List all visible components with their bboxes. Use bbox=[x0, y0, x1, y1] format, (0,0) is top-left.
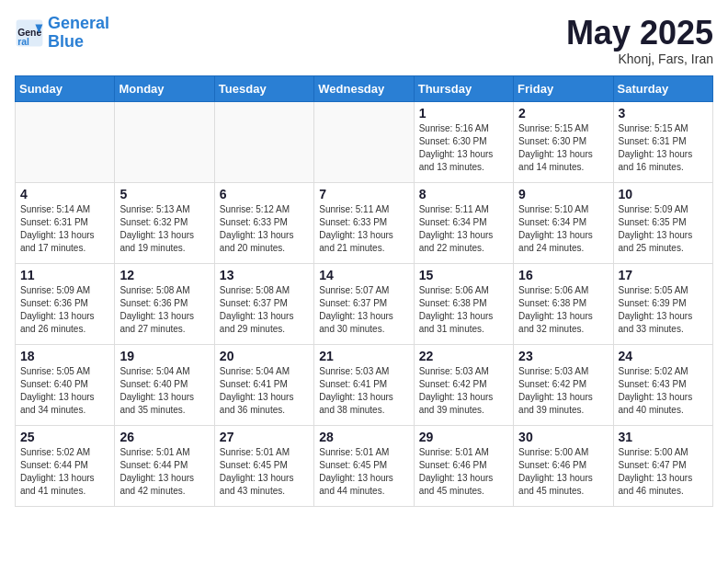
day-info: Sunrise: 5:12 AM Sunset: 6:33 PM Dayligh… bbox=[220, 203, 309, 255]
day-cell-8: 8Sunrise: 5:11 AM Sunset: 6:34 PM Daylig… bbox=[414, 182, 513, 263]
day-number: 20 bbox=[220, 349, 309, 363]
page-header: Gene ral General Blue May 2025 Khonj, Fa… bbox=[15, 15, 713, 66]
day-cell-3: 3Sunrise: 5:15 AM Sunset: 6:31 PM Daylig… bbox=[613, 101, 712, 182]
day-info: Sunrise: 5:02 AM Sunset: 6:43 PM Dayligh… bbox=[619, 365, 708, 417]
day-cell-6: 6Sunrise: 5:12 AM Sunset: 6:33 PM Daylig… bbox=[214, 182, 313, 263]
day-cell-2: 2Sunrise: 5:15 AM Sunset: 6:30 PM Daylig… bbox=[514, 101, 613, 182]
day-number: 24 bbox=[619, 349, 708, 363]
day-cell-24: 24Sunrise: 5:02 AM Sunset: 6:43 PM Dayli… bbox=[613, 344, 712, 425]
weekday-header-tuesday: Tuesday bbox=[214, 75, 313, 101]
day-number: 15 bbox=[419, 268, 508, 282]
day-cell-13: 13Sunrise: 5:08 AM Sunset: 6:37 PM Dayli… bbox=[214, 263, 313, 344]
day-number: 18 bbox=[20, 349, 109, 363]
day-info: Sunrise: 5:14 AM Sunset: 6:31 PM Dayligh… bbox=[20, 203, 109, 255]
day-cell-11: 11Sunrise: 5:09 AM Sunset: 6:36 PM Dayli… bbox=[16, 263, 115, 344]
day-cell-29: 29Sunrise: 5:01 AM Sunset: 6:46 PM Dayli… bbox=[414, 425, 513, 506]
day-cell-30: 30Sunrise: 5:00 AM Sunset: 6:46 PM Dayli… bbox=[514, 425, 613, 506]
day-number: 6 bbox=[220, 187, 309, 201]
day-info: Sunrise: 5:04 AM Sunset: 6:40 PM Dayligh… bbox=[119, 365, 209, 417]
day-cell-14: 14Sunrise: 5:07 AM Sunset: 6:37 PM Dayli… bbox=[314, 263, 414, 344]
weekday-header-row: SundayMondayTuesdayWednesdayThursdayFrid… bbox=[16, 75, 713, 101]
day-number: 31 bbox=[619, 430, 708, 444]
day-cell-15: 15Sunrise: 5:06 AM Sunset: 6:38 PM Dayli… bbox=[414, 263, 513, 344]
day-number: 26 bbox=[119, 430, 209, 444]
weekday-header-friday: Friday bbox=[514, 75, 613, 101]
day-cell-28: 28Sunrise: 5:01 AM Sunset: 6:45 PM Dayli… bbox=[314, 425, 414, 506]
calendar-table: SundayMondayTuesdayWednesdayThursdayFrid… bbox=[15, 75, 713, 507]
logo-line2: Blue bbox=[48, 32, 84, 51]
logo-icon: Gene ral bbox=[15, 18, 44, 48]
weekday-header-wednesday: Wednesday bbox=[314, 75, 414, 101]
title-block: May 2025 Khonj, Fars, Iran bbox=[566, 15, 713, 66]
day-number: 19 bbox=[119, 349, 209, 363]
location-subtitle: Khonj, Fars, Iran bbox=[566, 52, 713, 66]
week-row-3: 11Sunrise: 5:09 AM Sunset: 6:36 PM Dayli… bbox=[16, 263, 713, 344]
empty-cell bbox=[314, 101, 414, 182]
day-cell-23: 23Sunrise: 5:03 AM Sunset: 6:42 PM Dayli… bbox=[514, 344, 613, 425]
week-row-1: 1Sunrise: 5:16 AM Sunset: 6:30 PM Daylig… bbox=[16, 101, 713, 182]
day-number: 28 bbox=[319, 430, 408, 444]
weekday-header-sunday: Sunday bbox=[16, 75, 115, 101]
day-number: 25 bbox=[20, 430, 109, 444]
day-info: Sunrise: 5:00 AM Sunset: 6:46 PM Dayligh… bbox=[518, 446, 608, 498]
day-cell-9: 9Sunrise: 5:10 AM Sunset: 6:34 PM Daylig… bbox=[514, 182, 613, 263]
day-cell-26: 26Sunrise: 5:01 AM Sunset: 6:44 PM Dayli… bbox=[115, 425, 214, 506]
day-info: Sunrise: 5:13 AM Sunset: 6:32 PM Dayligh… bbox=[119, 203, 209, 255]
day-info: Sunrise: 5:07 AM Sunset: 6:37 PM Dayligh… bbox=[319, 284, 408, 336]
day-cell-4: 4Sunrise: 5:14 AM Sunset: 6:31 PM Daylig… bbox=[16, 182, 115, 263]
month-title: May 2025 bbox=[566, 15, 713, 52]
day-info: Sunrise: 5:09 AM Sunset: 6:35 PM Dayligh… bbox=[619, 203, 708, 255]
day-info: Sunrise: 5:01 AM Sunset: 6:45 PM Dayligh… bbox=[220, 446, 309, 498]
day-info: Sunrise: 5:05 AM Sunset: 6:39 PM Dayligh… bbox=[619, 284, 708, 336]
day-cell-17: 17Sunrise: 5:05 AM Sunset: 6:39 PM Dayli… bbox=[613, 263, 712, 344]
day-info: Sunrise: 5:00 AM Sunset: 6:47 PM Dayligh… bbox=[619, 446, 708, 498]
day-info: Sunrise: 5:03 AM Sunset: 6:41 PM Dayligh… bbox=[319, 365, 408, 417]
day-info: Sunrise: 5:08 AM Sunset: 6:36 PM Dayligh… bbox=[119, 284, 209, 336]
day-number: 16 bbox=[518, 268, 608, 282]
day-number: 14 bbox=[319, 268, 408, 282]
day-number: 9 bbox=[518, 187, 608, 201]
day-cell-21: 21Sunrise: 5:03 AM Sunset: 6:41 PM Dayli… bbox=[314, 344, 414, 425]
logo: Gene ral General Blue bbox=[15, 15, 109, 52]
day-number: 29 bbox=[419, 430, 508, 444]
empty-cell bbox=[214, 101, 313, 182]
weekday-header-monday: Monday bbox=[115, 75, 214, 101]
weekday-header-thursday: Thursday bbox=[414, 75, 513, 101]
day-number: 7 bbox=[319, 187, 408, 201]
day-number: 27 bbox=[220, 430, 309, 444]
day-number: 30 bbox=[518, 430, 608, 444]
day-info: Sunrise: 5:01 AM Sunset: 6:45 PM Dayligh… bbox=[319, 446, 408, 498]
day-number: 23 bbox=[518, 349, 608, 363]
day-info: Sunrise: 5:06 AM Sunset: 6:38 PM Dayligh… bbox=[419, 284, 508, 336]
day-info: Sunrise: 5:01 AM Sunset: 6:44 PM Dayligh… bbox=[119, 446, 209, 498]
day-info: Sunrise: 5:04 AM Sunset: 6:41 PM Dayligh… bbox=[220, 365, 309, 417]
day-number: 21 bbox=[319, 349, 408, 363]
day-number: 13 bbox=[220, 268, 309, 282]
day-info: Sunrise: 5:06 AM Sunset: 6:38 PM Dayligh… bbox=[518, 284, 608, 336]
day-cell-10: 10Sunrise: 5:09 AM Sunset: 6:35 PM Dayli… bbox=[613, 182, 712, 263]
day-cell-27: 27Sunrise: 5:01 AM Sunset: 6:45 PM Dayli… bbox=[214, 425, 313, 506]
day-info: Sunrise: 5:08 AM Sunset: 6:37 PM Dayligh… bbox=[220, 284, 309, 336]
day-info: Sunrise: 5:01 AM Sunset: 6:46 PM Dayligh… bbox=[419, 446, 508, 498]
day-info: Sunrise: 5:11 AM Sunset: 6:33 PM Dayligh… bbox=[319, 203, 408, 255]
day-info: Sunrise: 5:11 AM Sunset: 6:34 PM Dayligh… bbox=[419, 203, 508, 255]
day-cell-12: 12Sunrise: 5:08 AM Sunset: 6:36 PM Dayli… bbox=[115, 263, 214, 344]
day-number: 1 bbox=[419, 106, 508, 121]
day-info: Sunrise: 5:15 AM Sunset: 6:31 PM Dayligh… bbox=[619, 122, 708, 174]
day-info: Sunrise: 5:03 AM Sunset: 6:42 PM Dayligh… bbox=[419, 365, 508, 417]
day-number: 11 bbox=[20, 268, 109, 282]
day-info: Sunrise: 5:02 AM Sunset: 6:44 PM Dayligh… bbox=[20, 446, 109, 498]
day-number: 5 bbox=[119, 187, 209, 201]
day-number: 22 bbox=[419, 349, 508, 363]
day-cell-16: 16Sunrise: 5:06 AM Sunset: 6:38 PM Dayli… bbox=[514, 263, 613, 344]
day-number: 3 bbox=[619, 106, 708, 121]
week-row-5: 25Sunrise: 5:02 AM Sunset: 6:44 PM Dayli… bbox=[16, 425, 713, 506]
day-number: 17 bbox=[619, 268, 708, 282]
week-row-4: 18Sunrise: 5:05 AM Sunset: 6:40 PM Dayli… bbox=[16, 344, 713, 425]
day-info: Sunrise: 5:09 AM Sunset: 6:36 PM Dayligh… bbox=[20, 284, 109, 336]
day-cell-22: 22Sunrise: 5:03 AM Sunset: 6:42 PM Dayli… bbox=[414, 344, 513, 425]
day-cell-25: 25Sunrise: 5:02 AM Sunset: 6:44 PM Dayli… bbox=[16, 425, 115, 506]
logo-line1: General bbox=[48, 14, 109, 32]
week-row-2: 4Sunrise: 5:14 AM Sunset: 6:31 PM Daylig… bbox=[16, 182, 713, 263]
empty-cell bbox=[115, 101, 214, 182]
